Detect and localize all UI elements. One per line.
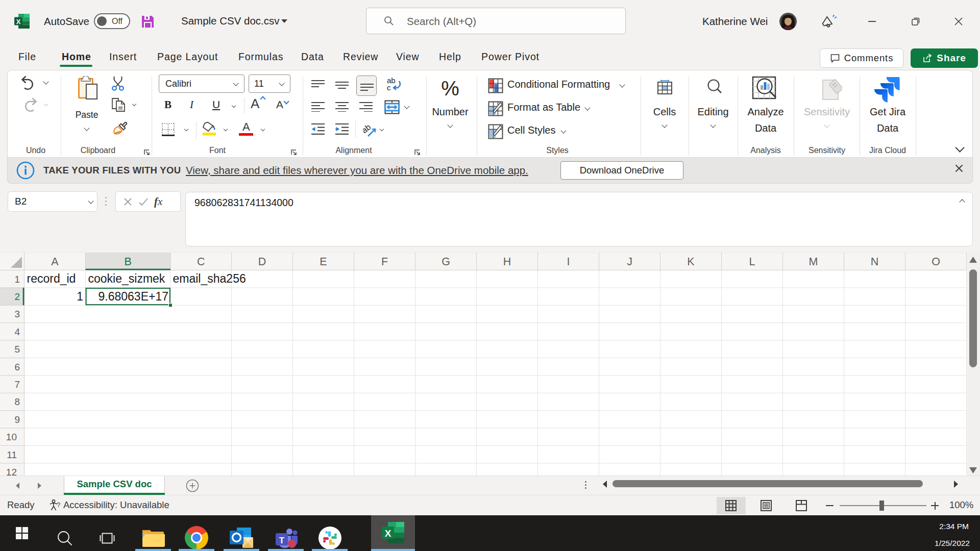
svg-text:N: N — [871, 256, 879, 268]
svg-text:email_sha256: email_sha256 — [173, 272, 246, 285]
svg-text:record_id: record_id — [27, 272, 76, 285]
svg-text:1: 1 — [14, 274, 20, 285]
svg-text:6: 6 — [14, 362, 20, 372]
svg-text:7: 7 — [14, 379, 20, 390]
svg-text:O: O — [932, 256, 940, 268]
svg-text:cookie_sizmek: cookie_sizmek — [88, 272, 165, 285]
svg-text:4: 4 — [14, 327, 20, 337]
svg-text:9.68063E+17: 9.68063E+17 — [99, 290, 169, 303]
svg-text:E: E — [320, 256, 327, 268]
svg-text:X: X — [385, 528, 391, 539]
svg-text:B: B — [125, 256, 132, 268]
svg-text:C: C — [197, 256, 205, 268]
svg-text:12: 12 — [6, 467, 17, 475]
svg-text:D: D — [258, 256, 266, 268]
svg-text:8: 8 — [14, 396, 20, 407]
svg-text:G: G — [442, 256, 450, 268]
svg-text:M: M — [809, 256, 818, 268]
svg-text:1: 1 — [77, 290, 83, 303]
svg-text:2: 2 — [14, 291, 20, 302]
svg-text:5: 5 — [14, 344, 20, 355]
svg-text:11: 11 — [7, 449, 17, 460]
svg-text:9: 9 — [14, 414, 20, 425]
svg-text:I: I — [567, 256, 570, 268]
svg-text:A: A — [51, 256, 59, 268]
svg-text:F: F — [381, 256, 388, 268]
svg-text:?: ? — [57, 501, 60, 509]
svg-text:c: c — [387, 83, 391, 92]
svg-text:X: X — [16, 18, 21, 26]
svg-text:10: 10 — [6, 432, 17, 442]
svg-text:K: K — [687, 256, 695, 268]
svg-text:H: H — [503, 256, 511, 268]
svg-text:3: 3 — [14, 309, 20, 319]
svg-text:L: L — [749, 256, 755, 268]
svg-text:T: T — [279, 536, 285, 545]
svg-text:J: J — [627, 256, 632, 268]
